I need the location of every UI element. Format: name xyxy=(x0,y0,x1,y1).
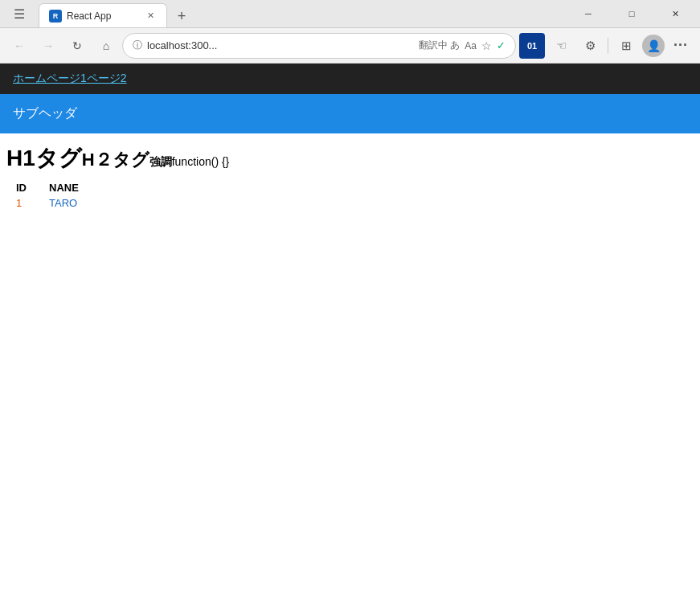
sub-header-text: サブヘッダ xyxy=(13,106,77,120)
h1-tag: H1タグ xyxy=(6,143,82,174)
minimize-button[interactable]: ─ xyxy=(570,2,607,26)
check-icon: ✓ xyxy=(497,39,506,51)
heading-row: H1タグ H２タグ 強調 function() {} xyxy=(6,143,694,174)
more-button[interactable]: ··· xyxy=(668,33,694,59)
read-label: Aa xyxy=(465,40,477,51)
address-info-icon: ⓘ xyxy=(133,39,142,52)
forward-button[interactable]: → xyxy=(35,33,61,59)
title-bar: ☰ R React App ✕ + ─ □ ✕ xyxy=(0,0,700,28)
back-button[interactable]: ← xyxy=(6,33,32,59)
table-header-row: ID NANE xyxy=(13,180,98,195)
app-header: ホームページ1 ページ2 xyxy=(0,64,700,94)
browser-window: ☰ R React App ✕ + ─ □ ✕ ← → ↻ ⌂ ⓘ localh… xyxy=(0,0,700,611)
profile-button[interactable]: 👤 xyxy=(642,35,665,57)
ext2-button[interactable]: ☜ xyxy=(548,33,574,59)
table-row: 1TARO xyxy=(13,195,98,211)
nav-link-home[interactable]: ホームページ1 xyxy=(13,72,87,86)
refresh-button[interactable]: ↻ xyxy=(64,33,90,59)
ext3-button[interactable]: ⚙ xyxy=(577,33,603,59)
collections-button[interactable]: ⊞ xyxy=(613,33,639,59)
nav-icons: 01 ☜ ⚙ ⊞ 👤 ··· xyxy=(519,33,694,59)
page-content: ホームページ1 ページ2 サブヘッダ H1タグ H２タグ 強調 function… xyxy=(0,64,700,611)
address-bar[interactable]: ⓘ localhost:300... 翻訳中 あ Aa ☆ ✓ xyxy=(122,33,516,59)
col-name: NANE xyxy=(46,180,98,195)
sidebar-toggle-icon[interactable]: ☰ xyxy=(6,1,32,27)
address-text: localhost:300... xyxy=(147,39,414,51)
tab-bar: R React App ✕ + xyxy=(39,0,563,27)
home-button[interactable]: ⌂ xyxy=(93,33,119,59)
window-controls-right: ─ □ ✕ xyxy=(570,2,694,26)
tab-close-button[interactable]: ✕ xyxy=(144,10,157,23)
h2-tag: H２タグ xyxy=(82,148,149,172)
data-table: ID NANE 1TARO xyxy=(13,180,98,211)
new-tab-button[interactable]: + xyxy=(170,5,193,27)
window-controls-left: ☰ xyxy=(6,1,32,27)
tab-favicon: R xyxy=(49,10,62,23)
strong-tag: 強調 xyxy=(149,155,172,170)
cell-name: TARO xyxy=(46,195,98,211)
tab-favicon-text: R xyxy=(53,12,59,20)
active-tab[interactable]: R React App ✕ xyxy=(39,3,167,27)
translate-label: 翻訳中 あ xyxy=(419,39,460,52)
cell-id: 1 xyxy=(13,195,46,211)
main-content: H1タグ H２タグ 強調 function() {} ID NANE 1TARO xyxy=(0,133,700,611)
function-text: function() {} xyxy=(172,155,230,168)
sub-header: サブヘッダ xyxy=(0,94,700,133)
nav-bar: ← → ↻ ⌂ ⓘ localhost:300... 翻訳中 あ Aa ☆ ✓ … xyxy=(0,28,700,64)
tab-title: React App xyxy=(67,10,111,22)
col-id: ID xyxy=(13,180,46,195)
fav-icon[interactable]: ☆ xyxy=(481,39,492,52)
nav-link-page2[interactable]: ページ2 xyxy=(87,72,127,86)
close-button[interactable]: ✕ xyxy=(657,2,694,26)
maximize-button[interactable]: □ xyxy=(613,2,650,26)
nav-divider xyxy=(608,38,608,54)
ext1-button[interactable]: 01 xyxy=(519,33,545,59)
